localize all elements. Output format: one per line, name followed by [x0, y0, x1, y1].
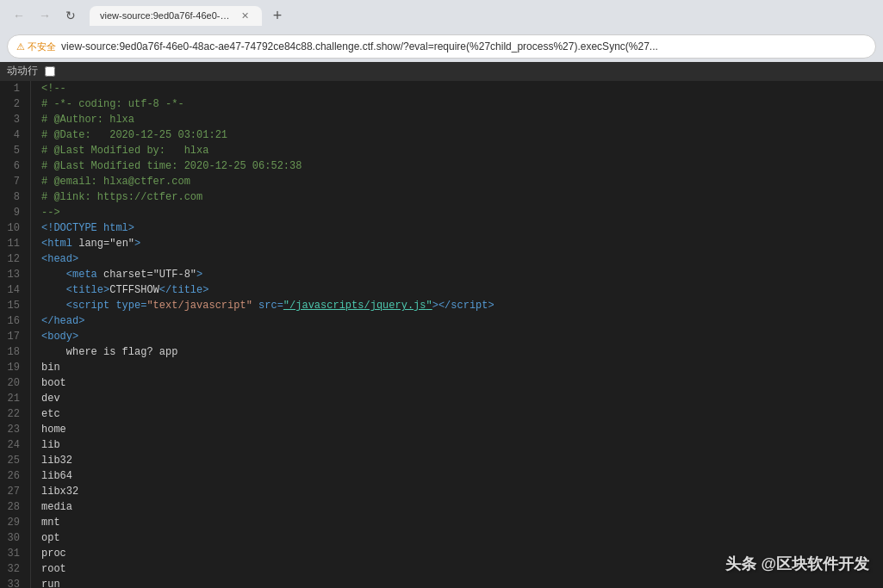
line-number: 21 — [7, 391, 23, 406]
code-line: <title>CTFFSHOW</title> — [41, 282, 873, 298]
line-number: 10 — [7, 220, 23, 236]
code-line: run — [41, 577, 873, 588]
line-number: 29 — [7, 515, 23, 530]
active-tab[interactable]: view-source:9ed0a76f-46e0-48ac-ae47-7479… — [90, 6, 262, 26]
code-line: boot — [41, 375, 873, 391]
line-number: 20 — [7, 375, 23, 391]
back-button[interactable]: ← — [7, 3, 31, 28]
line-number: 3 — [7, 112, 23, 127]
line-number: 28 — [7, 499, 23, 515]
code-line: home — [41, 422, 873, 437]
line-number: 4 — [7, 127, 23, 143]
line-number: 26 — [7, 468, 23, 484]
code-line: dev — [41, 391, 873, 406]
line-number: 5 — [7, 143, 23, 158]
line-number: 13 — [7, 267, 23, 282]
code-container: 1234567891011121314151617181920212223242… — [0, 81, 883, 588]
line-number: 31 — [7, 546, 23, 561]
forward-button[interactable]: → — [33, 3, 57, 28]
code-line: lib32 — [41, 453, 873, 468]
line-number: 7 — [7, 174, 23, 189]
tab-bar: ← → ↻ view-source:9ed0a76f-46e0-48ac-ae4… — [0, 0, 883, 31]
line-number: 30 — [7, 530, 23, 546]
line-numbers: 1234567891011121314151617181920212223242… — [0, 81, 31, 588]
line-number: 19 — [7, 360, 23, 375]
reload-button[interactable]: ↻ — [59, 3, 83, 28]
line-number: 17 — [7, 329, 23, 344]
code-line: root — [41, 561, 873, 577]
code-line: # @Last Modified time: 2020-12-25 06:52:… — [41, 158, 873, 174]
line-number: 6 — [7, 158, 23, 174]
new-tab-button[interactable]: + — [265, 3, 289, 28]
code-line: lib64 — [41, 468, 873, 484]
tab-label: view-source:9ed0a76f-46e0-48ac-ae47-7479… — [100, 10, 233, 21]
line-number: 23 — [7, 422, 23, 437]
line-number: 18 — [7, 344, 23, 360]
line-number: 32 — [7, 561, 23, 577]
security-warning-icon: ⚠ 不安全 — [16, 40, 56, 53]
line-number: 16 — [7, 313, 23, 329]
code-line: media — [41, 499, 873, 515]
code-line: </head> — [41, 313, 873, 329]
source-view: 动动行 123456789101112131415161718192021222… — [0, 62, 883, 588]
line-number: 1 — [7, 81, 23, 96]
code-line: # @email: hlxa@ctfer.com — [41, 174, 873, 189]
line-number: 9 — [7, 205, 23, 220]
line-number: 25 — [7, 453, 23, 468]
code-line: where is flag? app — [41, 344, 873, 360]
line-number: 8 — [7, 189, 23, 205]
code-line: <body> — [41, 329, 873, 344]
code-line: <html lang="en"> — [41, 236, 873, 251]
code-line: <!-- — [41, 81, 873, 96]
line-number: 24 — [7, 437, 23, 453]
line-number: 11 — [7, 236, 23, 251]
toolbar-strip: 动动行 — [0, 62, 883, 81]
nav-buttons: ← → ↻ — [7, 3, 83, 28]
code-line: libx32 — [41, 484, 873, 499]
browser-chrome: ← → ↻ view-source:9ed0a76f-46e0-48ac-ae4… — [0, 0, 883, 62]
line-number: 22 — [7, 406, 23, 422]
toolbar-checkbox[interactable] — [45, 66, 55, 77]
code-line: bin — [41, 360, 873, 375]
address-bar[interactable]: ⚠ 不安全 view-source:9ed0a76f-46e0-48ac-ae4… — [7, 34, 876, 59]
code-line: # @link: https://ctfer.com — [41, 189, 873, 205]
code-line: etc — [41, 406, 873, 422]
code-line: opt — [41, 530, 873, 546]
code-line: # -*- coding: utf-8 -*- — [41, 96, 873, 112]
toolbar-label: 动动行 — [7, 64, 38, 79]
line-number: 2 — [7, 96, 23, 112]
line-number: 14 — [7, 282, 23, 298]
code-line: # @Last Modified by: hlxa — [41, 143, 873, 158]
code-line: <meta charset="UTF-8"> — [41, 267, 873, 282]
code-line: <head> — [41, 251, 873, 267]
code-line: # @Author: hlxa — [41, 112, 873, 127]
code-line: lib — [41, 437, 873, 453]
line-number: 27 — [7, 484, 23, 499]
code-line: --> — [41, 205, 873, 220]
code-line: # @Date: 2020-12-25 03:01:21 — [41, 127, 873, 143]
code-content: <!--# -*- coding: utf-8 -*-# @Author: hl… — [31, 81, 883, 588]
line-number: 15 — [7, 298, 23, 313]
code-line: mnt — [41, 515, 873, 530]
code-line: <script type="text/javascript" src="/jav… — [41, 298, 873, 313]
line-number: 12 — [7, 251, 23, 267]
address-bar-row: ⚠ 不安全 view-source:9ed0a76f-46e0-48ac-ae4… — [0, 31, 883, 62]
tab-close-icon[interactable]: ✕ — [239, 9, 252, 22]
code-line: <!DOCTYPE html> — [41, 220, 873, 236]
line-number: 33 — [7, 577, 23, 588]
code-line: proc — [41, 546, 873, 561]
address-text: view-source:9ed0a76f-46e0-48ac-ae47-7479… — [61, 40, 658, 53]
